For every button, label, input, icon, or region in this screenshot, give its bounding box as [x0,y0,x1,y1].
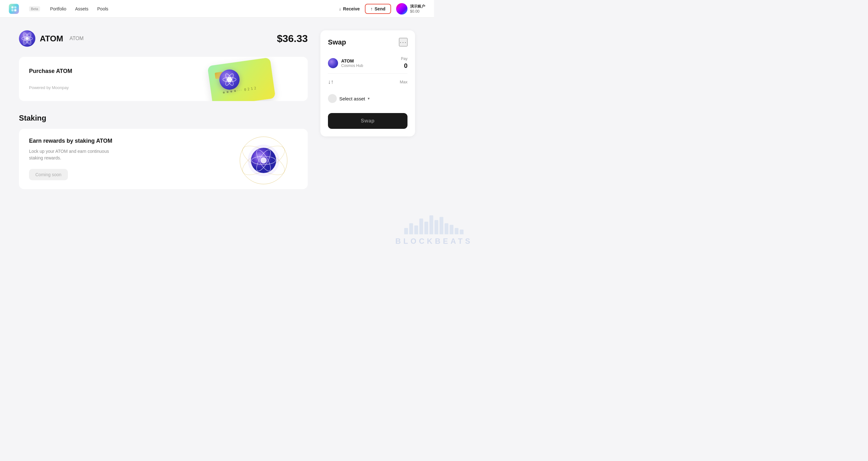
powered-by: Powered by Moonpay [29,85,69,90]
asset-price: $36.33 [277,33,308,44]
staking-section-title: Staking [19,114,308,123]
nav-links: Portfolio Assets Pools [50,6,329,11]
send-arrow-icon: ↑ [371,6,373,11]
purchase-card[interactable]: Purchase ATOM Powered by Moonpay 0212 [19,57,308,101]
right-column: Swap ··· ATOM Cosmos Hub Pay 0 [320,30,415,189]
swap-pay-row: ATOM Cosmos Hub Pay 0 [328,53,407,73]
atom-badge-illustration [219,69,240,90]
staking-card-title: Earn rewards by staking ATOM [29,138,117,144]
swap-atom-logo [328,58,338,68]
watermark-decoration: BLOCKBEATS [396,215,434,230]
svg-point-5 [22,37,32,40]
svg-rect-2 [11,9,13,11]
svg-point-4 [26,37,29,40]
account-info: 演示账户 $0.00 [410,4,425,13]
account-balance: $0.00 [410,9,425,13]
svg-point-10 [230,90,232,93]
nav-portfolio[interactable]: Portfolio [50,6,66,11]
svg-point-7 [23,33,31,44]
svg-line-12 [237,90,243,91]
swap-asset-chain: Cosmos Hub [341,63,363,68]
asset-title: ATOM ATOM [19,30,84,47]
staking-card-desc: Lock up your ATOM and earn continuous st… [29,148,117,161]
svg-point-9 [227,91,229,93]
atom-orbit-illustration [232,132,295,189]
purchase-text: Purchase ATOM Powered by Moonpay [29,68,72,90]
nav-pools[interactable]: Pools [97,6,108,11]
swap-from-asset[interactable]: ATOM Cosmos Hub [328,58,363,68]
main-container: ATOM ATOM $36.33 Purchase ATOM Powered b… [0,18,434,202]
send-label: Send [375,6,385,11]
swap-direction-row: ↓↑ Max [328,75,407,89]
swap-header: Swap ··· [328,38,407,47]
credit-card: 0212 [207,58,276,101]
swap-asset-details: ATOM Cosmos Hub [341,58,363,68]
purchase-title: Purchase ATOM [29,68,72,74]
receive-label: Receive [343,6,360,11]
pay-value: 0 [401,62,407,69]
navbar-actions: ↓ Receive ↑ Send 演示账户 $0.00 [339,3,425,14]
nav-assets[interactable]: Assets [75,6,88,11]
account-avatar[interactable]: 演示账户 $0.00 [396,3,425,14]
svg-point-11 [234,90,236,92]
watermark-bars [404,215,434,230]
receive-button[interactable]: ↓ Receive [339,6,360,11]
svg-text:0212: 0212 [244,86,258,92]
atom-logo [19,30,35,47]
asset-name: ATOM [40,34,63,43]
swap-submit-button[interactable]: Swap [328,113,407,129]
receive-arrow-icon: ↓ [339,6,341,11]
swap-menu-button[interactable]: ··· [399,38,407,47]
beta-badge: Beta [29,6,40,11]
svg-point-8 [223,92,225,94]
swap-receive-row: Select asset ▾ [328,90,407,107]
svg-rect-0 [11,6,13,8]
select-asset-label: Select asset [339,96,365,101]
avatar-icon [396,3,407,14]
select-asset-circle [328,94,337,103]
svg-rect-3 [14,9,17,11]
send-button[interactable]: ↑ Send [365,4,391,14]
account-name: 演示账户 [410,4,425,9]
asset-header: ATOM ATOM $36.33 [19,30,308,47]
swap-pay-right: Pay 0 [401,57,407,69]
asset-ticker: ATOM [69,36,84,41]
swap-asset-name: ATOM [341,58,363,63]
swap-title: Swap [328,38,346,47]
svg-rect-1 [14,6,17,8]
left-column: ATOM ATOM $36.33 Purchase ATOM Powered b… [19,30,308,189]
staking-text: Earn rewards by staking ATOM Lock up you… [29,138,117,180]
max-button[interactable]: Max [400,80,407,84]
svg-point-26 [248,145,279,176]
coming-soon-button[interactable]: Coming soon [29,169,68,180]
card-illustration: 0212 [207,60,282,101]
app-logo[interactable] [9,4,19,14]
swap-panel: Swap ··· ATOM Cosmos Hub Pay 0 [320,30,415,136]
chevron-down-icon: ▾ [368,96,370,101]
staking-card: Earn rewards by staking ATOM Lock up you… [19,129,308,189]
pay-label: Pay [401,57,407,61]
navbar: Beta Portfolio Assets Pools ↓ Receive ↑ … [0,0,434,18]
swap-direction-icon: ↓↑ [328,79,334,85]
select-asset-button[interactable]: Select asset ▾ [328,94,370,103]
